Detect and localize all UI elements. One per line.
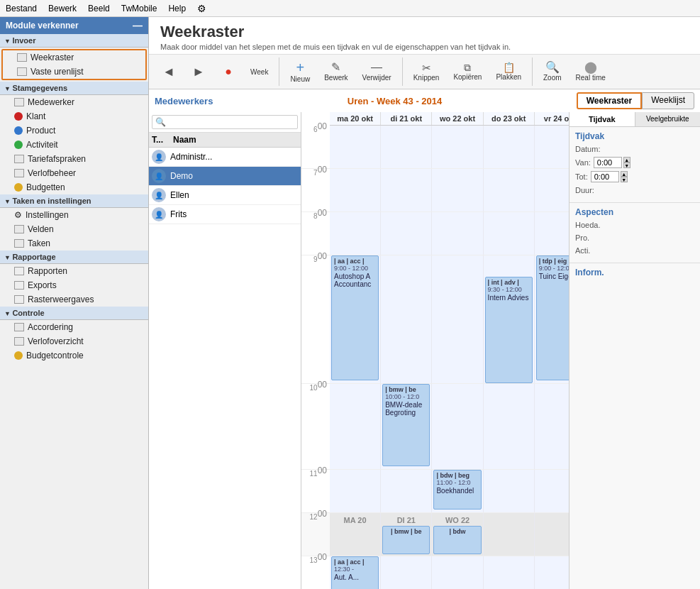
new-button[interactable]: + Nieuw (284, 57, 316, 86)
tab-weeklijst[interactable]: Weeklijst (642, 92, 694, 109)
cell-13-3[interactable] (484, 556, 535, 589)
cell-11-1[interactable] (381, 470, 432, 512)
tot-up-button[interactable]: ▲ (621, 171, 628, 177)
employee-row-demo[interactable]: 👤 Demo (149, 167, 301, 186)
grid-area[interactable]: ma 20 okt di 21 okt wo 22 okt do 23 okt … (301, 112, 569, 589)
menu-beeld[interactable]: Beeld (88, 4, 110, 13)
cell-12-4[interactable] (535, 513, 569, 556)
cell-9-1[interactable] (381, 255, 432, 383)
cell-6-4[interactable] (535, 126, 569, 168)
menu-help[interactable]: Help (168, 4, 186, 13)
sidebar-item-exports[interactable]: Exports (0, 278, 148, 292)
realtime-button[interactable]: ⬤ Real time (570, 59, 612, 84)
cell-7-3[interactable] (484, 169, 535, 211)
sidebar-item-budgetcontrole[interactable]: Budgetcontrole (0, 348, 148, 363)
employee-row-admin[interactable]: 👤 Administr... (149, 148, 301, 167)
menu-twmobile[interactable]: TwMobile (121, 4, 157, 13)
sidebar-section-rapportage[interactable]: Rapportage (0, 251, 148, 264)
cell-13-2[interactable] (432, 556, 483, 589)
employee-row-ellen[interactable]: 👤 Ellen (149, 186, 301, 205)
cell-10-4[interactable] (535, 384, 569, 469)
sidebar-section-invoer[interactable]: Invoer (0, 34, 148, 48)
tab-tijdvak[interactable]: Tijdvak (570, 112, 635, 126)
cell-6-1[interactable] (381, 126, 432, 168)
cut-button[interactable]: ✂ Knippen (407, 60, 446, 84)
sidebar-item-verlofoverzicht[interactable]: Verlofoverzicht (0, 334, 148, 348)
sidebar-item-vaste-urenlijst[interactable]: Vaste urenlijst (3, 65, 145, 79)
sidebar-item-rapporten[interactable]: Rapporten (0, 264, 148, 278)
cell-11-4[interactable] (535, 470, 569, 512)
event-tdp[interactable]: | tdp | eig | 9:00 - 12:00 Tuinc Eige (536, 255, 569, 380)
sidebar-item-verlofbeheer[interactable]: Verlofbeheer (0, 166, 148, 180)
cell-9-4[interactable]: | tdp | eig | 9:00 - 12:00 Tuinc Eige (535, 255, 569, 383)
forward-button[interactable]: ► (184, 62, 213, 81)
event-bdw-2[interactable]: | bdw (433, 526, 481, 554)
cell-11-0[interactable] (330, 470, 381, 512)
cell-10-1[interactable]: | bmw | be 10:00 - 12:0 BMW-deale Begrot… (381, 384, 432, 469)
van-input[interactable] (594, 157, 622, 168)
cell-8-3[interactable] (484, 212, 535, 255)
sidebar-item-instellingen[interactable]: ⚙ Instellingen (0, 208, 148, 222)
van-down-button[interactable]: ▼ (623, 163, 630, 168)
gear-icon[interactable]: ⚙ (197, 3, 206, 14)
event-autoshop[interactable]: | aa | acc | 9:00 - 12:00 Autoshop A Acc… (331, 255, 379, 380)
cell-7-0[interactable] (330, 169, 381, 211)
sidebar-item-taken[interactable]: Taken (0, 236, 148, 251)
tot-down-button[interactable]: ▼ (621, 177, 628, 182)
cell-10-3[interactable] (484, 384, 535, 469)
sidebar-item-rasterweergaves[interactable]: Rasterweergaves (0, 292, 148, 307)
sidebar-section-stamgegevens[interactable]: Stamgegevens (0, 82, 148, 95)
sidebar-section-taken[interactable]: Taken en instellingen (0, 194, 148, 208)
sidebar-item-medewerker[interactable]: Medewerker (0, 95, 148, 109)
zoom-button[interactable]: 🔍 Zoom (537, 59, 568, 84)
cell-9-2[interactable] (432, 255, 483, 383)
copy-button[interactable]: ⧉ Kopiëren (447, 60, 488, 84)
cell-8-2[interactable] (432, 212, 483, 255)
cell-7-4[interactable] (535, 169, 569, 211)
cell-10-0[interactable] (330, 384, 381, 469)
cell-10-2[interactable] (432, 384, 483, 469)
sidebar-item-velden[interactable]: Velden (0, 222, 148, 236)
cell-11-3[interactable] (484, 470, 535, 512)
tab-veelgebruikte[interactable]: Veelgebruikte (635, 112, 701, 126)
cell-13-0[interactable]: | aa | acc | 12:30 - Aut. A... (330, 556, 381, 589)
cell-12-1[interactable]: DI 21 | bmw | be (381, 513, 432, 556)
back-button[interactable]: ◄ (155, 62, 183, 81)
tab-weekraster[interactable]: Weekraster (577, 92, 643, 109)
cell-12-2[interactable]: WO 22 | bdw (432, 513, 483, 556)
sidebar-item-activiteit[interactable]: Activiteit (0, 138, 148, 152)
edit-button[interactable]: ✎ Bewerk (318, 59, 354, 84)
tot-input[interactable] (591, 171, 619, 182)
cell-12-0[interactable]: MA 20 (330, 513, 381, 556)
event-bmw-2[interactable]: | bmw | be (382, 526, 430, 554)
cell-9-3[interactable]: | int | adv | 9:30 - 12:00 Intern Advies (484, 255, 535, 383)
menu-bestand[interactable]: Bestand (6, 4, 37, 13)
sidebar-section-controle[interactable]: Controle (0, 307, 148, 320)
sidebar-item-product[interactable]: Product (0, 123, 148, 138)
sidebar-item-accordering[interactable]: Accordering (0, 320, 148, 334)
sidebar-item-klant[interactable]: Klant (0, 109, 148, 123)
cell-9-0[interactable]: | aa | acc | 9:00 - 12:00 Autoshop A Acc… (330, 255, 381, 383)
cell-8-1[interactable] (381, 212, 432, 255)
cell-13-1[interactable] (381, 556, 432, 589)
sidebar-item-weekraster[interactable]: Weekraster (3, 50, 145, 65)
employee-search-input[interactable] (152, 115, 298, 129)
cell-8-4[interactable] (535, 212, 569, 255)
van-up-button[interactable]: ▲ (623, 157, 630, 163)
cell-6-2[interactable] (432, 126, 483, 168)
circle-button[interactable]: ● (214, 63, 243, 80)
event-bmw[interactable]: | bmw | be 10:00 - 12:0 BMW-deale Begrot… (382, 384, 430, 466)
cell-11-2[interactable]: | bdw | beg 11:00 - 12:0 Boekhandel (432, 470, 483, 512)
event-auto-pm[interactable]: | aa | acc | 12:30 - Aut. A... (331, 556, 379, 589)
menu-bewerk[interactable]: Bewerk (48, 4, 77, 13)
event-bdw[interactable]: | bdw | beg 11:00 - 12:0 Boekhandel (433, 470, 481, 510)
cell-7-1[interactable] (381, 169, 432, 211)
sidebar-item-budgetten[interactable]: Budgetten (0, 180, 148, 194)
cell-7-2[interactable] (432, 169, 483, 211)
cell-6-0[interactable] (330, 126, 381, 168)
employee-row-frits[interactable]: 👤 Frits (149, 205, 301, 224)
cell-13-4[interactable] (535, 556, 569, 589)
sidebar-item-tariefafspraken[interactable]: Tariefafspraken (0, 152, 148, 166)
event-intern[interactable]: | int | adv | 9:30 - 12:00 Intern Advies (485, 277, 533, 383)
cell-6-3[interactable] (484, 126, 535, 168)
